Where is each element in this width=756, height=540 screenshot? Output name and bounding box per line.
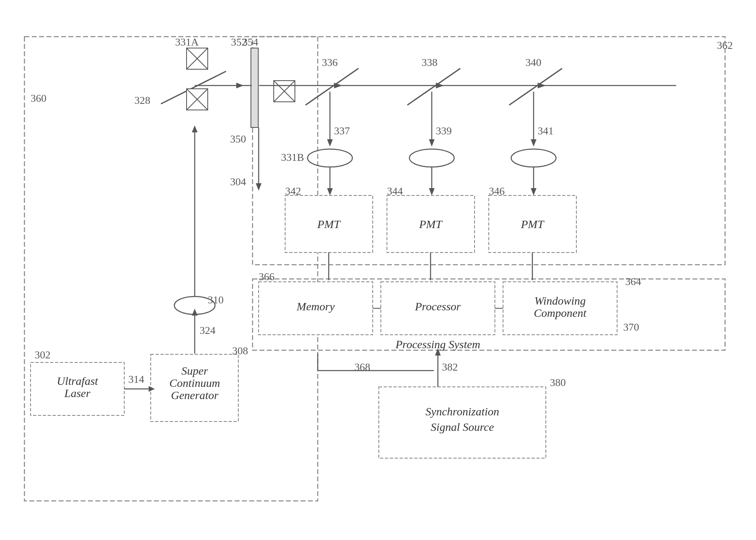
ref-310: 310 [208,294,224,306]
ref-331B: 331B [281,151,304,163]
ref-362: 362 [717,40,733,51]
ref-370: 370 [623,321,639,333]
svg-marker-23 [256,183,262,191]
svg-marker-46 [429,188,435,195]
svg-rect-19 [251,48,258,127]
svg-marker-9 [192,309,198,316]
svg-marker-32 [436,83,444,88]
ref-346: 346 [489,185,505,197]
ref-302: 302 [35,349,51,361]
diagram-container: 360 362 Ultrafast Laser 302 Super Contin… [0,0,756,540]
scg-label1: Super [181,364,208,377]
ref-360: 360 [31,92,46,104]
ref-339: 339 [436,125,452,137]
svg-marker-21 [236,83,244,88]
pmt3-label: PMT [521,218,545,230]
svg-point-41 [409,149,454,167]
ref-380: 380 [550,377,566,389]
scg-label3: Generator [171,389,219,402]
svg-rect-0 [24,37,318,501]
ref-340: 340 [525,57,541,68]
svg-marker-37 [429,139,435,147]
windowing-label2: Component [534,307,587,319]
svg-marker-48 [531,188,536,195]
windowing-label1: Windowing [534,294,586,307]
ref-337: 337 [334,125,350,137]
processor-label: Processor [415,300,461,313]
svg-marker-35 [327,139,333,147]
ref-364: 364 [625,276,641,288]
ultrafast-laser-label2: Laser [64,387,90,400]
ref-368: 368 [354,361,370,373]
ref-338: 338 [422,57,437,68]
ref-344: 344 [387,185,403,197]
ref-328: 328 [134,94,150,106]
ref-366: 366 [259,271,275,283]
ref-350: 350 [230,133,246,145]
scg-label2: Continuum [169,377,220,389]
svg-marker-31 [334,83,342,88]
ref-341: 341 [538,125,554,137]
ref-308: 308 [232,345,248,357]
patent-diagram-svg: 360 362 Ultrafast Laser 302 Super Contin… [0,0,756,540]
svg-point-40 [308,149,352,167]
svg-marker-39 [531,139,536,147]
sync-label2: Signal Source [431,421,494,433]
svg-line-27 [305,68,358,105]
ref-336: 336 [322,57,338,68]
sync-label1: Synchronization [426,405,499,418]
ref-331A: 331A [175,36,199,48]
ref-314: 314 [128,373,144,385]
svg-point-42 [511,149,556,167]
memory-label: Memory [296,300,335,313]
svg-line-28 [407,68,460,105]
ref-342: 342 [285,185,301,197]
ref-304: 304 [230,176,246,188]
pmt2-label: PMT [419,218,443,230]
ref-382: 382 [442,361,458,373]
svg-marker-44 [327,188,333,195]
ref-324: 324 [200,325,215,336]
ultrafast-laser-label: Ultrafast [57,375,98,387]
pmt1-label: PMT [317,218,341,230]
ref-354: 354 [242,36,258,48]
svg-marker-33 [538,83,546,88]
svg-line-29 [509,68,562,105]
svg-marker-11 [192,125,198,132]
